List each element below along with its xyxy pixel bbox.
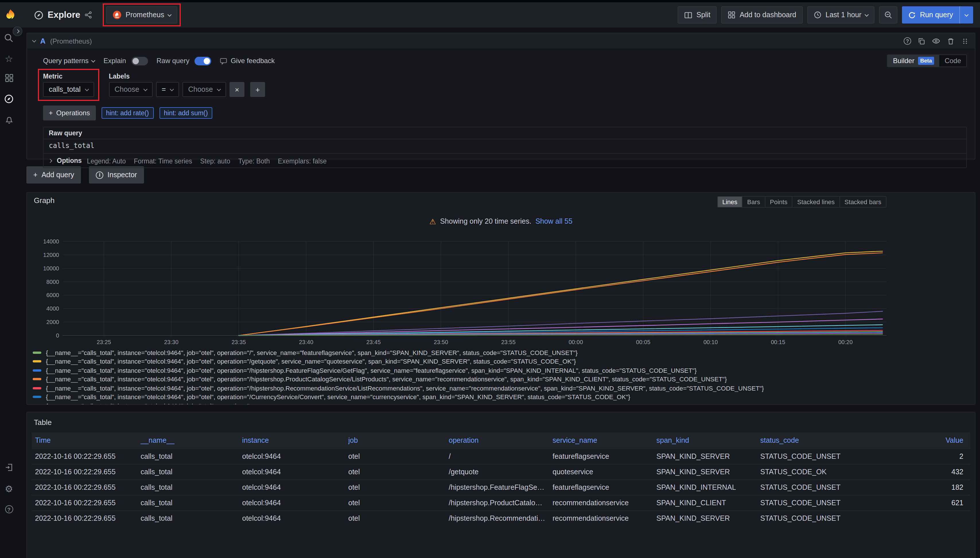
- split-button[interactable]: Split: [677, 6, 717, 23]
- legend-item[interactable]: {__name__="calls_total", instance="otelc…: [33, 348, 973, 357]
- time-range-label: Last 1 hour: [825, 11, 862, 19]
- remove-label-matcher-button[interactable]: ×: [230, 82, 245, 97]
- explore-icon[interactable]: [4, 94, 14, 105]
- starred-icon[interactable]: ☆: [5, 54, 13, 64]
- svg-text:23:45: 23:45: [367, 339, 381, 345]
- table-cell: featureflagservice: [549, 480, 653, 495]
- explain-toggle[interactable]: [131, 56, 148, 65]
- table-cell: /hipstershop.RecommendationService/ListR…: [445, 511, 549, 526]
- legend-item[interactable]: {__name__="calls_total", instance="otelc…: [33, 366, 973, 375]
- query-options-row[interactable]: Options Legend: AutoFormat: Time seriesS…: [43, 154, 967, 168]
- add-query-button[interactable]: + Add query: [26, 166, 81, 184]
- legend-item[interactable]: {__name__="calls_total", instance="otelc…: [33, 392, 973, 401]
- beta-badge: Beta: [918, 57, 934, 65]
- label-operator-select[interactable]: =: [156, 82, 179, 97]
- query-editor-body: Query patterns Explain Raw query Give: [27, 49, 975, 168]
- graph-style-stacked-bars[interactable]: Stacked bars: [839, 197, 886, 207]
- legend-series-label: {__name__="calls_total", instance="otelc…: [46, 349, 577, 356]
- graph-panel: Graph LinesBarsPointsStacked linesStacke…: [26, 192, 975, 405]
- help-icon[interactable]: ?: [5, 504, 13, 513]
- remove-query-trash-icon[interactable]: [947, 37, 955, 45]
- chevron-down-icon: [170, 87, 174, 91]
- table-column-header-operation[interactable]: operation: [445, 432, 549, 449]
- query-actions-row: + Add query i Inspector: [26, 166, 975, 184]
- grafana-logo-icon[interactable]: [3, 8, 18, 22]
- hide-response-eye-icon[interactable]: [932, 37, 941, 45]
- inspector-button[interactable]: i Inspector: [89, 166, 144, 184]
- graph-panel-title: Graph: [34, 196, 54, 205]
- info-icon: i: [96, 171, 104, 179]
- editor-mode-code[interactable]: Code: [939, 55, 966, 67]
- drag-handle-grip-icon[interactable]: [961, 37, 969, 45]
- table-column-header-status-code[interactable]: status_code: [757, 432, 861, 449]
- sidebar-expand-button[interactable]: [13, 26, 22, 36]
- svg-text:14000: 14000: [43, 238, 59, 245]
- time-range-picker[interactable]: Last 1 hour: [807, 6, 875, 23]
- share-icon[interactable]: [84, 11, 92, 19]
- graph-style-stacked-lines[interactable]: Stacked lines: [792, 197, 839, 207]
- chevron-down-icon: [85, 87, 89, 91]
- give-feedback-button[interactable]: Give feedback: [220, 57, 275, 65]
- zoom-out-button[interactable]: [879, 6, 898, 23]
- graph-style-lines[interactable]: Lines: [718, 197, 742, 207]
- label-key-select[interactable]: Choose: [109, 82, 152, 97]
- datasource-name: Prometheus: [126, 11, 164, 19]
- settings-gear-icon[interactable]: ⚙: [5, 484, 13, 494]
- add-to-dashboard-button[interactable]: Add to dashboard: [721, 6, 802, 23]
- dashboards-icon[interactable]: [4, 74, 13, 84]
- legend-item[interactable]: {__name__="calls_total", instance="otelc…: [33, 384, 973, 392]
- legend-series-color: [33, 369, 41, 372]
- table-column-header-time[interactable]: Time: [31, 432, 137, 449]
- label-value-select[interactable]: Choose: [183, 82, 226, 97]
- table-column-header-span-kind[interactable]: span_kind: [653, 432, 757, 449]
- query-patterns-dropdown[interactable]: Query patterns: [43, 57, 95, 65]
- svg-text:23:30: 23:30: [164, 339, 178, 345]
- svg-text:10000: 10000: [43, 265, 59, 272]
- table-cell: 2022-10-16 00:22:29.655: [31, 464, 137, 480]
- sidebar-bottom-group: ⚙ ?: [4, 463, 13, 513]
- metric-select[interactable]: calls_total: [43, 82, 94, 97]
- label-matcher-row: Choose = Choose: [109, 82, 265, 97]
- raw-query-toggle[interactable]: [194, 56, 211, 65]
- alerting-bell-icon[interactable]: [4, 115, 13, 126]
- table-column-header-service-name[interactable]: service_name: [549, 432, 653, 449]
- plus-icon: +: [256, 85, 260, 94]
- search-icon[interactable]: [4, 33, 14, 45]
- graph-style-bars[interactable]: Bars: [742, 197, 765, 207]
- legend-item[interactable]: {__name__="calls_total", instance="otelc…: [33, 357, 973, 366]
- legend-item[interactable]: {__name__="calls_total", instance="otelc…: [33, 375, 973, 384]
- sign-in-icon[interactable]: [4, 463, 13, 473]
- legend-item[interactable]: {__name__="calls_total", instance="otelc…: [33, 401, 973, 405]
- query-hint-button[interactable]: hint: add rate(): [101, 107, 153, 119]
- table-row: 2022-10-16 00:22:29.655calls_totalotelco…: [31, 480, 970, 495]
- run-query-interval-caret[interactable]: [959, 6, 973, 23]
- copy-query-icon[interactable]: [918, 37, 926, 45]
- clock-icon: [814, 11, 822, 19]
- editor-mode-builder[interactable]: Builder Beta: [888, 55, 939, 67]
- query-hint-button[interactable]: hint: add sum(): [159, 107, 212, 119]
- add-operation-button[interactable]: + Operations: [43, 105, 95, 120]
- table-column-header-value[interactable]: Value: [861, 432, 970, 449]
- table-row: 2022-10-16 00:22:29.655calls_totalotelco…: [31, 511, 970, 526]
- table-cell: SPAN_KIND_SERVER: [653, 449, 757, 464]
- query-row-header[interactable]: A (Prometheus) ?: [27, 33, 975, 49]
- run-query-button[interactable]: Run query: [902, 6, 959, 23]
- add-label-matcher-button[interactable]: +: [250, 82, 265, 97]
- table-column-header---name--[interactable]: __name__: [137, 432, 239, 449]
- time-series-chart[interactable]: 0200040006000800010000120001400023:2523:…: [29, 238, 973, 347]
- raw-query-toggle-label: Raw query: [156, 57, 189, 65]
- graph-style-points[interactable]: Points: [765, 197, 792, 207]
- query-help-icon[interactable]: ?: [904, 37, 911, 45]
- metric-value: calls_total: [49, 85, 81, 94]
- table-cell: [861, 511, 970, 526]
- add-query-label: Add query: [41, 171, 74, 179]
- chevron-down-icon: [965, 12, 968, 16]
- datasource-picker[interactable]: Prometheus: [106, 6, 178, 23]
- collapse-chevron-icon[interactable]: [32, 38, 36, 43]
- table-cell: /getquote: [445, 464, 549, 480]
- query-editor-panel: A (Prometheus) ?: [26, 33, 975, 159]
- table-column-header-instance[interactable]: instance: [239, 432, 345, 449]
- table-column-header-job[interactable]: job: [345, 432, 445, 449]
- editor-mode-toggle: Builder Beta Code: [887, 54, 967, 67]
- show-all-series-link[interactable]: Show all 55: [535, 217, 572, 225]
